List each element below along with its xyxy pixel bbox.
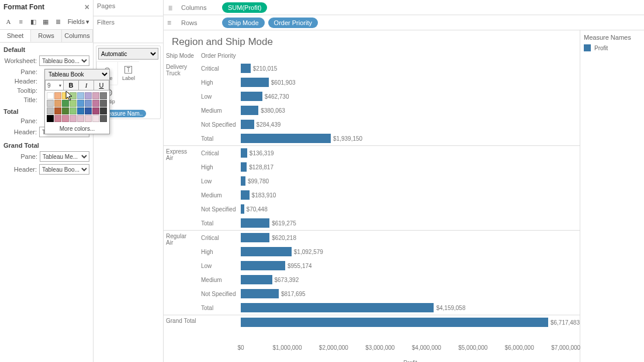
pill-ship-mode[interactable]: Ship Mode (222, 18, 265, 28)
color-swatch[interactable] (92, 107, 99, 114)
bar[interactable] (241, 247, 292, 256)
more-colors-link[interactable]: More colors... (45, 124, 109, 134)
fields-dropdown[interactable]: Fields ▾ (68, 18, 89, 26)
bar[interactable] (241, 162, 247, 172)
pill-order-priority[interactable]: Order Priority (268, 18, 318, 28)
font-size-input[interactable]: 9▾ (45, 80, 64, 90)
color-swatch[interactable] (85, 115, 92, 122)
row-label: Low (199, 263, 241, 269)
font-family-select[interactable]: Tableau Book (45, 69, 109, 79)
caret-down-icon: ▾ (86, 18, 89, 26)
bar-row: Total $619,275 (199, 216, 580, 230)
bar-value-label: $4,159,058 (436, 305, 465, 311)
color-swatch[interactable] (100, 115, 107, 122)
row-label: Low (199, 93, 241, 100)
color-swatch[interactable] (54, 100, 61, 107)
color-swatch[interactable] (62, 92, 69, 99)
legend-title: Measure Names (584, 34, 640, 41)
axis-tick: $7,000,000 (551, 344, 580, 351)
color-swatch[interactable] (100, 107, 107, 114)
legend-item-profit[interactable]: Profit (584, 44, 640, 51)
bar[interactable] (241, 204, 244, 214)
bar[interactable] (241, 176, 245, 186)
row-label: Medium (199, 277, 241, 283)
color-swatch[interactable] (85, 107, 92, 114)
bar[interactable] (241, 92, 262, 101)
tab-sheet[interactable]: Sheet (0, 30, 31, 42)
grand-header-font-select[interactable]: Tableau Boo... (39, 164, 89, 175)
color-swatch[interactable] (77, 115, 84, 122)
bar-row: Critical $620,218 (199, 231, 580, 245)
bar[interactable] (241, 106, 258, 115)
bar[interactable] (241, 218, 269, 228)
color-swatch[interactable] (85, 100, 92, 107)
pill-sum-profit[interactable]: SUM(Profit) (222, 2, 267, 13)
group-name: RegularAir (164, 231, 199, 315)
italic-button[interactable]: I (79, 80, 94, 90)
color-swatch[interactable] (85, 92, 92, 99)
bar-row: Medium $380,063 (199, 103, 580, 117)
color-swatch[interactable] (92, 100, 99, 107)
color-swatch[interactable] (70, 107, 77, 114)
color-swatch[interactable] (77, 92, 84, 99)
bar[interactable] (241, 261, 285, 270)
bar[interactable] (241, 190, 250, 200)
bar[interactable] (241, 148, 247, 158)
mark-type-select[interactable]: Automatic (98, 48, 158, 60)
bar-row: Not Specified $284,439 (199, 117, 580, 131)
color-swatch[interactable] (62, 115, 69, 122)
chart-title[interactable]: Region and Ship Mode (164, 30, 580, 51)
bar-row: Not Specified $817,695 (199, 287, 580, 301)
bold-button[interactable]: B (64, 80, 79, 90)
columns-shelf[interactable]: ⫼ Columns SUM(Profit) (164, 0, 644, 15)
color-swatch[interactable] (47, 92, 54, 99)
pages-shelf[interactable]: Pages (94, 0, 163, 16)
color-swatch[interactable] (70, 92, 77, 99)
grand-total-row: Grand Total $6,717,483 (164, 315, 580, 329)
color-swatch[interactable] (100, 100, 107, 107)
color-swatch[interactable] (77, 107, 84, 114)
bar[interactable] (241, 318, 548, 327)
color-swatch[interactable] (47, 115, 54, 122)
color-swatch[interactable] (47, 107, 54, 114)
format-lines-icon[interactable]: ≣ (53, 16, 63, 27)
filters-shelf[interactable]: Filters (94, 16, 163, 43)
color-swatch[interactable] (92, 92, 99, 99)
color-swatch[interactable] (62, 107, 69, 114)
color-swatch[interactable] (54, 107, 61, 114)
bar[interactable] (241, 275, 272, 284)
bar[interactable] (241, 78, 269, 87)
color-swatch[interactable] (54, 115, 61, 122)
bar[interactable] (241, 289, 279, 298)
bar-row: Not Specified $70,448 (199, 202, 580, 216)
color-swatch[interactable] (62, 100, 69, 107)
rows-shelf[interactable]: ≡ Rows Ship Mode Order Priority (164, 15, 644, 30)
color-swatch[interactable] (70, 100, 77, 107)
bar[interactable] (241, 303, 434, 312)
color-swatch[interactable] (47, 100, 54, 107)
tab-columns[interactable]: Columns (62, 30, 93, 42)
underline-button[interactable]: U (94, 80, 109, 90)
grand-pane-font-select[interactable]: Tableau Me... (40, 151, 89, 162)
rows-icon: ≡ (167, 19, 175, 27)
bar[interactable] (241, 233, 269, 242)
bar-row: High $601,903 (199, 75, 580, 89)
format-font-icon[interactable]: A (4, 16, 13, 27)
format-align-icon[interactable]: ≡ (16, 16, 26, 27)
color-swatch[interactable] (54, 92, 61, 99)
tab-rows[interactable]: Rows (31, 30, 62, 42)
color-swatch[interactable] (92, 115, 99, 122)
format-shading-icon[interactable]: ◧ (28, 16, 38, 27)
bar[interactable] (241, 64, 251, 73)
worksheet-font-select[interactable]: Tableau Boo... (39, 55, 89, 66)
color-swatch[interactable] (100, 92, 107, 99)
bar[interactable] (241, 120, 254, 129)
color-swatch[interactable] (77, 100, 84, 107)
format-borders-icon[interactable]: ▦ (40, 16, 50, 27)
close-icon[interactable]: × (85, 2, 89, 12)
bar[interactable] (241, 134, 331, 143)
row-label: Total (199, 135, 241, 142)
color-swatch[interactable] (70, 115, 77, 122)
marks-label[interactable]: 🅃Label (117, 61, 139, 85)
bar-row: Medium $183,910 (199, 188, 580, 202)
